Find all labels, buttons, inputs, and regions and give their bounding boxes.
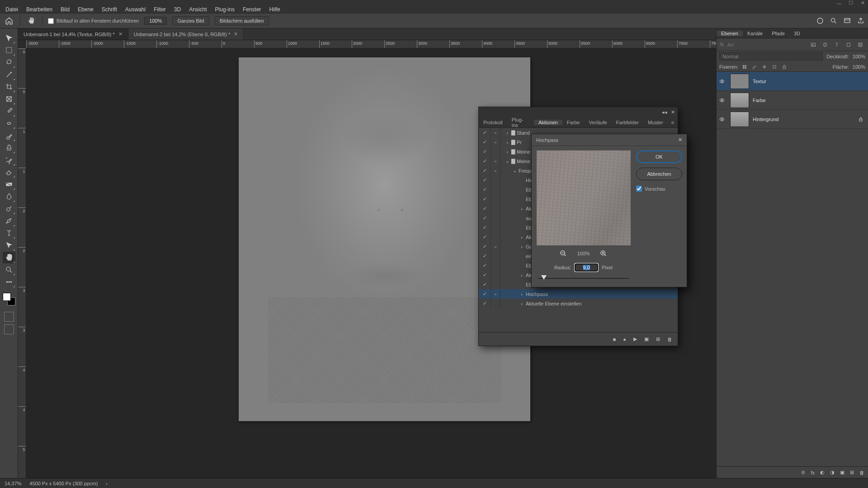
layer-row[interactable]: Textur bbox=[717, 72, 868, 91]
tree-arrow-icon[interactable]: › bbox=[519, 206, 524, 211]
tree-arrow-icon[interactable]: › bbox=[519, 272, 524, 278]
action-dialog-toggle[interactable]: ▫ bbox=[491, 128, 500, 137]
panel-tab-3d[interactable]: 3D bbox=[789, 31, 805, 36]
action-stop-icon[interactable]: ■ bbox=[613, 337, 616, 342]
window-maximize-icon[interactable]: ☐ bbox=[847, 0, 854, 6]
share-icon[interactable] bbox=[857, 17, 864, 24]
action-enabled-check[interactable]: ✓ bbox=[479, 206, 491, 211]
layer-thumbnail[interactable] bbox=[730, 74, 749, 89]
action-new-icon[interactable]: ⊞ bbox=[656, 336, 660, 342]
menu-plug-ins[interactable]: Plug-ins bbox=[212, 6, 238, 13]
panel-close-icon[interactable]: ✕ bbox=[671, 109, 675, 115]
zoom-out-icon[interactable] bbox=[560, 250, 567, 257]
action-enabled-check[interactable]: ✓ bbox=[479, 291, 491, 297]
scroll-all-checkbox[interactable]: Bildlauf in allen Fenstern durchführen bbox=[48, 18, 139, 24]
tree-arrow-icon[interactable]: ⌄ bbox=[505, 158, 509, 164]
tree-arrow-icon[interactable]: › bbox=[505, 149, 509, 155]
layer-row[interactable]: Hintergrund bbox=[717, 110, 868, 129]
actions-tab-plug-ins[interactable]: Plug-ins bbox=[507, 117, 534, 128]
action-enabled-check[interactable]: ✓ bbox=[479, 130, 491, 136]
layer-visibility-icon[interactable] bbox=[718, 117, 726, 122]
gradient-tool-icon[interactable] bbox=[3, 178, 15, 190]
action-enabled-check[interactable]: ✓ bbox=[479, 139, 491, 145]
action-dialog-toggle[interactable] bbox=[491, 232, 500, 242]
filter-type-icon[interactable]: T bbox=[832, 41, 842, 49]
action-dialog-toggle[interactable]: ▫ bbox=[491, 137, 500, 147]
layer-visibility-icon[interactable] bbox=[718, 79, 726, 84]
action-dialog-toggle[interactable] bbox=[491, 251, 500, 261]
action-delete-icon[interactable]: 🗑 bbox=[667, 337, 672, 342]
filter-preview[interactable] bbox=[537, 150, 631, 245]
action-dialog-toggle[interactable] bbox=[491, 185, 500, 194]
action-dialog-toggle[interactable] bbox=[491, 270, 500, 280]
action-row[interactable]: ✓▫›Hochpass bbox=[479, 289, 678, 299]
home-icon[interactable] bbox=[4, 15, 14, 26]
tree-arrow-icon[interactable]: › bbox=[519, 244, 524, 249]
more-tool-icon[interactable] bbox=[3, 276, 15, 288]
lock-position-icon[interactable] bbox=[762, 64, 768, 70]
blend-mode-select[interactable]: Normal bbox=[719, 52, 823, 61]
color-swatch[interactable] bbox=[3, 293, 15, 305]
action-dialog-toggle[interactable] bbox=[491, 175, 500, 185]
action-enabled-check[interactable]: ✓ bbox=[479, 215, 491, 221]
action-enabled-check[interactable]: ✓ bbox=[479, 149, 491, 155]
action-enabled-check[interactable]: ✓ bbox=[479, 177, 491, 183]
tree-arrow-icon[interactable]: ⌄ bbox=[512, 168, 517, 174]
zoom-value[interactable]: 100% bbox=[144, 17, 167, 25]
menu-fenster[interactable]: Fenster bbox=[239, 6, 265, 13]
panel-tab-kanäle[interactable]: Kanäle bbox=[743, 31, 767, 36]
preview-checkbox[interactable]: Vorschau bbox=[636, 186, 682, 192]
fill-value[interactable]: 100% bbox=[853, 64, 865, 70]
action-enabled-check[interactable]: ✓ bbox=[479, 253, 491, 259]
actions-tab-protokoll[interactable]: Protokoll bbox=[479, 120, 507, 125]
crop-tool-icon[interactable] bbox=[3, 81, 15, 93]
action-dialog-toggle[interactable] bbox=[491, 299, 500, 308]
panel-tab-pfade[interactable]: Pfade bbox=[767, 31, 789, 36]
menu-3d[interactable]: 3D bbox=[170, 6, 184, 13]
window-minimize-icon[interactable]: — bbox=[835, 0, 843, 6]
hand-tool-icon[interactable] bbox=[26, 15, 37, 26]
layer-thumbnail[interactable] bbox=[730, 93, 749, 108]
hand-tool-icon[interactable] bbox=[3, 252, 15, 263]
layer-filter-input[interactable] bbox=[727, 42, 807, 47]
action-dialog-toggle[interactable] bbox=[491, 223, 500, 232]
action-dialog-toggle[interactable]: ▫ bbox=[491, 289, 500, 299]
filter-image-icon[interactable] bbox=[808, 41, 818, 49]
tab-close-icon[interactable]: ✕ bbox=[234, 31, 238, 37]
frame-tool-icon[interactable] bbox=[3, 93, 15, 105]
action-enabled-check[interactable]: ✓ bbox=[479, 263, 491, 268]
lock-pixels-icon[interactable] bbox=[742, 64, 748, 70]
action-dialog-toggle[interactable]: ▫ bbox=[491, 242, 500, 251]
menu-filter[interactable]: Filter bbox=[150, 6, 170, 13]
action-enabled-check[interactable]: ✓ bbox=[479, 244, 491, 249]
actions-tab-verläufe[interactable]: Verläufe bbox=[584, 120, 611, 125]
layer-thumbnail[interactable] bbox=[730, 112, 749, 127]
zoom-tool-icon[interactable] bbox=[3, 264, 15, 276]
filter-shape-icon[interactable] bbox=[844, 41, 854, 49]
tree-arrow-icon[interactable]: › bbox=[505, 140, 509, 145]
eyedropper-tool-icon[interactable] bbox=[3, 105, 15, 117]
action-dialog-toggle[interactable] bbox=[491, 261, 500, 270]
layer-visibility-icon[interactable] bbox=[718, 98, 726, 103]
menu-hilfe[interactable]: Hilfe bbox=[266, 6, 284, 13]
action-enabled-check[interactable]: ✓ bbox=[479, 196, 491, 202]
action-enabled-check[interactable]: ✓ bbox=[479, 234, 491, 240]
actions-tab-farbe[interactable]: Farbe bbox=[562, 120, 585, 125]
menu-datei[interactable]: Datei bbox=[2, 6, 22, 13]
stamp-tool-icon[interactable] bbox=[3, 142, 15, 154]
action-dialog-toggle[interactable] bbox=[491, 147, 500, 156]
filter-smart-icon[interactable] bbox=[855, 41, 865, 49]
fit-screen-button[interactable]: Ganzes Bild bbox=[172, 16, 209, 25]
quick-mask-icon[interactable] bbox=[4, 312, 14, 322]
type-tool-icon[interactable] bbox=[3, 227, 15, 239]
tree-arrow-icon[interactable]: › bbox=[519, 301, 524, 306]
action-dialog-toggle[interactable]: ▫ bbox=[491, 156, 500, 166]
wand-tool-icon[interactable] bbox=[3, 69, 15, 80]
action-dialog-toggle[interactable] bbox=[491, 204, 500, 213]
ok-button[interactable]: OK bbox=[636, 150, 682, 163]
menu-schrift[interactable]: Schrift bbox=[98, 6, 121, 13]
workspace-icon[interactable] bbox=[844, 17, 851, 24]
action-enabled-check[interactable]: ✓ bbox=[479, 158, 491, 164]
layer-style-icon[interactable]: fx bbox=[811, 470, 815, 475]
dodge-tool-icon[interactable] bbox=[3, 203, 15, 215]
